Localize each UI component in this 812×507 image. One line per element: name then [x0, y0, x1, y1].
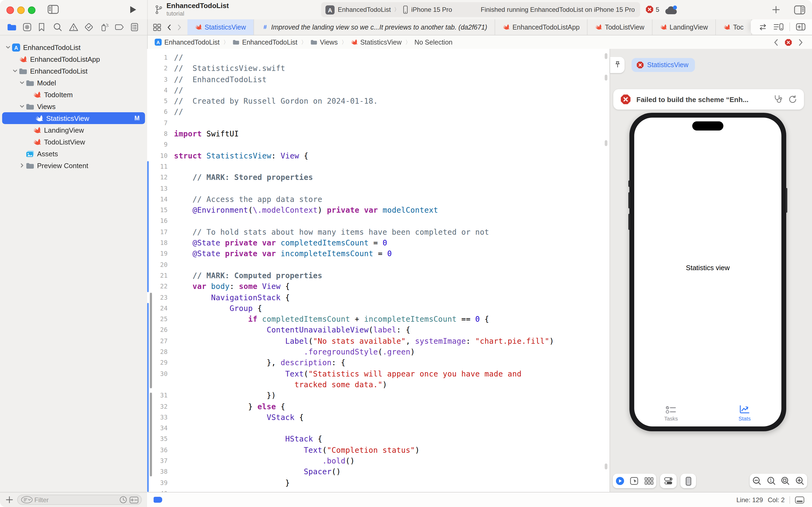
pointer-icon[interactable]	[630, 476, 639, 486]
sidebar-item-LandingView[interactable]: LandingView	[0, 124, 147, 136]
resume-preview-icon[interactable]	[789, 95, 797, 104]
line-number[interactable]: 15	[147, 205, 174, 216]
issue-error-icon[interactable]	[785, 39, 792, 46]
line-number[interactable]: 23	[147, 292, 174, 303]
code-line[interactable]: 28 .foregroundStyle(.green)	[147, 346, 610, 357]
add-file-button[interactable]	[5, 496, 13, 504]
disclosure-open-icon[interactable]	[4, 45, 12, 50]
line-number[interactable]: 11	[147, 161, 174, 172]
line-number[interactable]: 33	[147, 412, 174, 423]
tab-TodoListView[interactable]: TodoListView	[588, 19, 652, 35]
line-number[interactable]: 14	[147, 194, 174, 205]
find-navigator-icon[interactable]	[53, 22, 63, 32]
add-tab-button[interactable]	[772, 5, 780, 14]
add-editor-icon[interactable]	[796, 23, 806, 31]
code-line[interactable]: 11	[147, 161, 610, 172]
sidebar-item-StatisticsView[interactable]: StatisticsViewM	[2, 112, 145, 124]
scheme-name[interactable]: EnhancedTodoList	[338, 6, 391, 13]
grid-icon[interactable]	[644, 476, 653, 486]
breadcrumb-item-No Selection[interactable]: No Selection	[414, 39, 453, 46]
bookmark-navigator-icon[interactable]	[38, 22, 48, 32]
sidebar-item-TodoListView[interactable]: TodoListView	[0, 136, 147, 148]
sidebar-item-EnhancedTodoList[interactable]: EnhancedTodoList	[0, 65, 147, 77]
close-window-button[interactable]	[6, 6, 14, 14]
code-line[interactable]: 38 Spacer()	[147, 466, 610, 477]
code-line[interactable]: 24 Group {	[147, 303, 610, 314]
tab-EnhancedTodoListApp[interactable]: EnhancedTodoListApp	[495, 19, 587, 35]
code-line[interactable]: 13	[147, 183, 610, 194]
sidebar-item-EnhancedTodoListApp[interactable]: EnhancedTodoListApp	[0, 53, 147, 65]
code-line[interactable]: 39 }	[147, 477, 610, 488]
test-navigator-icon[interactable]	[84, 22, 94, 32]
line-number[interactable]: 37	[147, 455, 174, 466]
code-line[interactable]: 2// StatisticsView.swift	[147, 63, 610, 74]
diagnostics-icon[interactable]	[773, 95, 783, 104]
debug-area-toggle-icon[interactable]	[795, 496, 805, 504]
code-line[interactable]: 29 }, description: {	[147, 357, 610, 369]
code-line[interactable]: 23 NavigationStack {	[147, 292, 610, 303]
disclosure-open-icon[interactable]	[18, 80, 26, 86]
tab-overview-icon[interactable]	[153, 23, 161, 31]
swap-editor-icon[interactable]	[758, 23, 767, 30]
line-number[interactable]: 2	[147, 63, 174, 74]
code-line[interactable]: 20	[147, 259, 610, 270]
code-line[interactable]: 14 // Access the app data store	[147, 194, 610, 205]
breadcrumb-item-EnhancedTodoList[interactable]: EnhancedTodoList	[233, 39, 297, 46]
tab-commit-message[interactable]: #Improved the landing view so we c...It …	[254, 19, 496, 35]
line-number[interactable]: 12	[147, 172, 174, 183]
code-line[interactable]: 6//	[147, 107, 610, 118]
sidebar-item-Assets[interactable]: Assets	[0, 148, 147, 160]
line-number[interactable]: 24	[147, 303, 174, 314]
recent-files-icon[interactable]	[119, 496, 127, 504]
line-number[interactable]: 10	[147, 150, 174, 161]
line-number[interactable]: 5	[147, 96, 174, 107]
run-button[interactable]	[129, 5, 137, 14]
tab-Toc[interactable]: Toc	[716, 19, 752, 35]
zoom-fit-icon[interactable]	[781, 476, 790, 486]
line-number[interactable]: 1	[147, 52, 174, 63]
filter-icon[interactable]	[20, 496, 33, 504]
line-number[interactable]: 30	[147, 368, 174, 379]
go-forward-icon[interactable]	[177, 24, 181, 30]
line-number[interactable]	[147, 379, 174, 390]
breadcrumb-item-StatisticsView[interactable]: StatisticsView	[351, 39, 402, 46]
line-number[interactable]: 19	[147, 248, 174, 260]
source-control-filter-icon[interactable]	[129, 496, 138, 504]
cloud-sync-icon[interactable]	[664, 5, 678, 15]
disclosure-open-icon[interactable]	[18, 104, 26, 109]
sidebar-item-Views[interactable]: Views	[0, 101, 147, 112]
code-editor[interactable]: 1//2// StatisticsView.swift3// EnhancedT…	[147, 49, 610, 492]
code-line[interactable]: 26 ContentUnavailableView(label: {	[147, 325, 610, 336]
code-line[interactable]: 35 HStack {	[147, 434, 610, 445]
line-number[interactable]: 3	[147, 74, 174, 85]
code-line[interactable]: 9	[147, 139, 610, 150]
line-number[interactable]: 4	[147, 85, 174, 96]
line-number[interactable]: 29	[147, 357, 174, 369]
disclosure-closed-icon[interactable]	[18, 163, 26, 168]
line-number[interactable]: 21	[147, 270, 174, 281]
editor-options-icon[interactable]	[773, 23, 784, 31]
preview-device-button[interactable]	[681, 474, 696, 488]
tab-StatisticsView[interactable]: StatisticsView	[187, 19, 254, 35]
code-line[interactable]: 8import SwiftUI	[147, 128, 610, 139]
sidebar-item-Preview Content[interactable]: Preview Content	[0, 160, 147, 171]
code-line[interactable]: 19 @State private var incompleteItemsCou…	[147, 248, 610, 260]
line-number[interactable]: 32	[147, 401, 174, 412]
preview-tab-chip[interactable]: StatisticsView	[632, 58, 695, 72]
code-line[interactable]: 37 .bold()	[147, 455, 610, 466]
code-line[interactable]: 17 // To hold stats about how many items…	[147, 227, 610, 238]
zoom-window-button[interactable]	[28, 6, 36, 14]
code-line[interactable]: 18 @State private var completedItemsCoun…	[147, 237, 610, 248]
issue-navigator-icon[interactable]	[69, 22, 78, 32]
line-number[interactable]: 9	[147, 139, 174, 150]
code-line[interactable]: 21 // MARK: Computed properties	[147, 270, 610, 281]
code-line[interactable]: 32 } else {	[147, 401, 610, 412]
code-line[interactable]: 15 @Environment(\.modelContext) private …	[147, 205, 610, 216]
code-line[interactable]: 25 if completedItemsCount + incompleteIt…	[147, 314, 610, 325]
breakpoint-navigator-icon[interactable]	[115, 22, 125, 32]
line-number[interactable]: 13	[147, 183, 174, 194]
pin-preview-button[interactable]	[610, 57, 625, 73]
code-line[interactable]: 40	[147, 488, 610, 492]
preview-play-icon[interactable]	[616, 476, 625, 486]
code-line[interactable]: 3// EnhancedTodoList	[147, 74, 610, 85]
